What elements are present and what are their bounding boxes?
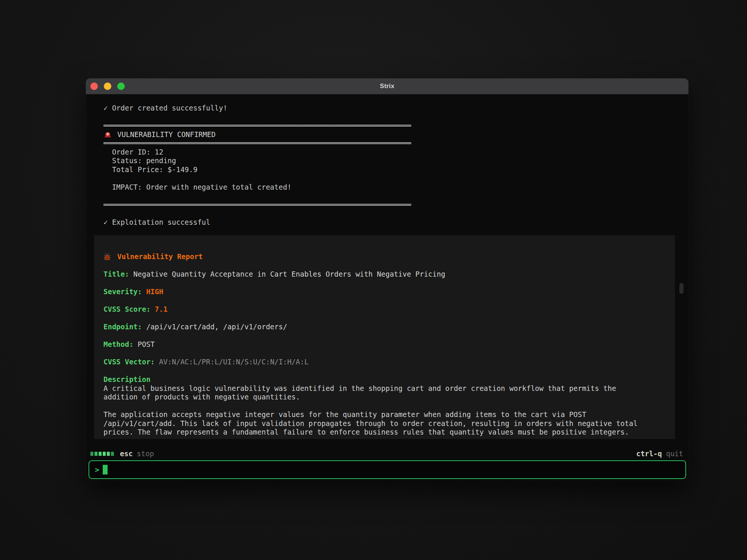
esc-action-label: stop [137,449,154,458]
field-value: POST [138,340,155,348]
status-bar: esc stop ctrl-q quit [90,448,683,459]
field-value: AV:N/AC:L/PR:L/UI:N/S:U/C:N/I:H/A:L [159,358,309,366]
bug-icon [103,253,117,261]
field-label: Endpoint: [103,323,146,331]
window-title: Strix [380,83,394,90]
description-heading: Description [103,375,666,384]
report-field-cvss-score: CVSS Score: 7.1 [103,305,666,314]
severity-badge: HIGH [146,287,163,296]
app-window: Strix ✓ Order created successfully! ════… [86,78,688,481]
cvss-score-value: 7.1 [155,305,167,313]
report-field-endpoint: Endpoint: /api/v1/cart/add, /api/v1/orde… [103,323,666,332]
title-bar: Strix [86,78,688,94]
quit-key-hint: ctrl-q [636,449,662,458]
terminal-content: ✓ Order created successfully! ══════════… [86,94,688,481]
esc-key-hint: esc [120,449,133,458]
description-line [103,402,666,411]
activity-spinner [90,452,114,456]
description-line: /api/v1/cart/add. This lack of input val… [103,419,666,428]
quit-action-label: quit [666,449,683,458]
separator-line: ════════════════════════════════════════… [103,200,411,209]
vulnerability-confirmed-heading: VULNERABILITY CONFIRMED [117,130,216,139]
field-label: Method: [103,340,138,348]
command-input[interactable]: > [89,460,686,479]
description-line: prices. The flaw represents a fundamenta… [103,428,666,437]
field-label: Title: [103,270,133,278]
report-field-cvss-vector: CVSS Vector: AV:N/AC:L/PR:L/UI:N/S:U/C:N… [103,358,666,367]
report-heading-row: Vulnerability Report [103,252,666,261]
report-heading: Vulnerability Report [117,252,203,261]
spinner-segment [111,452,114,456]
spinner-segment [90,452,93,456]
field-value: /api/v1/cart/add, /api/v1/orders/ [146,323,287,331]
field-label: CVSS Vector: [103,358,159,366]
description-line: The application accepts negative integer… [103,410,666,419]
report-field-severity: Severity: HIGH [103,287,666,296]
exploitation-success-line: ✓ Exploitation successful [103,218,411,227]
terminal-output-block: ✓ Order created successfully! ══════════… [103,104,411,227]
report-field-method: Method: POST [103,340,666,349]
field-value: Negative Quantity Acceptance in Cart Ena… [133,270,445,278]
spinner-segment [99,452,102,456]
prompt-chevron: > [95,466,99,473]
maximize-button[interactable] [117,83,125,90]
spinner-segment [107,452,110,456]
spinner-segment [94,452,97,456]
description-line: addition of products with negative quant… [103,393,666,402]
status-line: Status: pending [103,156,411,165]
vulnerability-report-panel: Vulnerability Report Title: Negative Qua… [94,235,675,439]
field-label: CVSS Score: [103,305,155,313]
description-line: A critical business logic vulnerability … [103,384,666,393]
close-button[interactable] [90,83,98,90]
separator-line: ════════════════════════════════════════… [103,121,411,130]
status-bar-left: esc stop [90,449,154,458]
order-success-line: ✓ Order created successfully! [103,104,411,113]
scrollbar-thumb[interactable] [679,283,684,294]
text-cursor [103,465,108,475]
siren-icon [103,130,117,139]
total-price-line: Total Price: $-149.9 [103,165,411,174]
impact-line: IMPACT: Order with negative total create… [103,183,411,192]
order-id-line: Order ID: 12 [103,148,411,157]
report-field-title: Title: Negative Quantity Acceptance in C… [103,270,666,279]
minimize-button[interactable] [104,83,111,90]
separator-line: ════════════════════════════════════════… [103,139,411,148]
status-bar-right: ctrl-q quit [636,449,683,458]
vulnerability-confirmed-line: VULNERABILITY CONFIRMED [103,130,411,139]
spinner-segment [103,452,106,456]
window-controls [90,78,125,94]
field-label: Severity: [103,287,146,296]
